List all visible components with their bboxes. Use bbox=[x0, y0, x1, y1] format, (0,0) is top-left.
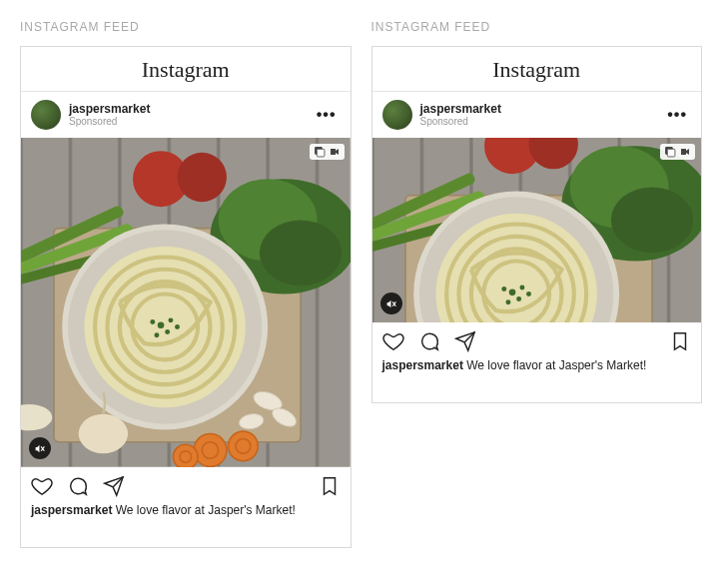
media-type-badge bbox=[310, 144, 345, 160]
post-caption: jaspersmarket We love flavor at Jasper's… bbox=[372, 356, 702, 402]
more-options-button[interactable]: ••• bbox=[313, 102, 341, 128]
section-title: INSTAGRAM FEED bbox=[371, 20, 703, 34]
comment-icon[interactable] bbox=[418, 330, 440, 352]
mute-toggle[interactable] bbox=[380, 293, 402, 314]
post-media[interactable] bbox=[372, 138, 702, 322]
caption-text: We love flavor at Jasper's Market! bbox=[112, 503, 295, 517]
brand-bar: Instagram bbox=[21, 47, 351, 92]
avatar[interactable] bbox=[382, 100, 412, 130]
post-header: jaspersmarket Sponsored ••• bbox=[372, 92, 702, 138]
post-media[interactable] bbox=[21, 138, 351, 467]
media-type-badge bbox=[660, 144, 695, 160]
brand-bar: Instagram bbox=[372, 47, 702, 92]
mute-toggle[interactable] bbox=[29, 437, 51, 459]
post-username[interactable]: jaspersmarket bbox=[69, 103, 150, 116]
instagram-post-card: Instagram jaspersmarket Sponsored ••• bbox=[371, 46, 703, 403]
avatar[interactable] bbox=[31, 100, 61, 130]
post-header: jaspersmarket Sponsored ••• bbox=[21, 92, 351, 138]
comment-icon[interactable] bbox=[67, 475, 89, 497]
caption-username[interactable]: jaspersmarket bbox=[382, 358, 463, 372]
instagram-logo: Instagram bbox=[492, 57, 580, 82]
more-options-button[interactable]: ••• bbox=[663, 102, 691, 128]
caption-text: We love flavor at Jasper's Market! bbox=[463, 358, 646, 372]
like-icon[interactable] bbox=[382, 330, 404, 352]
post-actions bbox=[372, 322, 702, 356]
caption-username[interactable]: jaspersmarket bbox=[31, 503, 112, 517]
sponsored-label: Sponsored bbox=[69, 116, 150, 127]
like-icon[interactable] bbox=[31, 475, 53, 497]
share-icon[interactable] bbox=[454, 330, 476, 352]
post-actions bbox=[21, 467, 351, 501]
section-title: INSTAGRAM FEED bbox=[20, 20, 352, 34]
bookmark-icon[interactable] bbox=[319, 475, 341, 497]
post-caption: jaspersmarket We love flavor at Jasper's… bbox=[21, 501, 351, 547]
instagram-logo: Instagram bbox=[142, 57, 230, 82]
share-icon[interactable] bbox=[103, 475, 125, 497]
post-username[interactable]: jaspersmarket bbox=[420, 103, 501, 116]
bookmark-icon[interactable] bbox=[669, 330, 691, 352]
instagram-post-card: Instagram jaspersmarket Sponsored ••• bbox=[20, 46, 352, 548]
sponsored-label: Sponsored bbox=[420, 116, 501, 127]
